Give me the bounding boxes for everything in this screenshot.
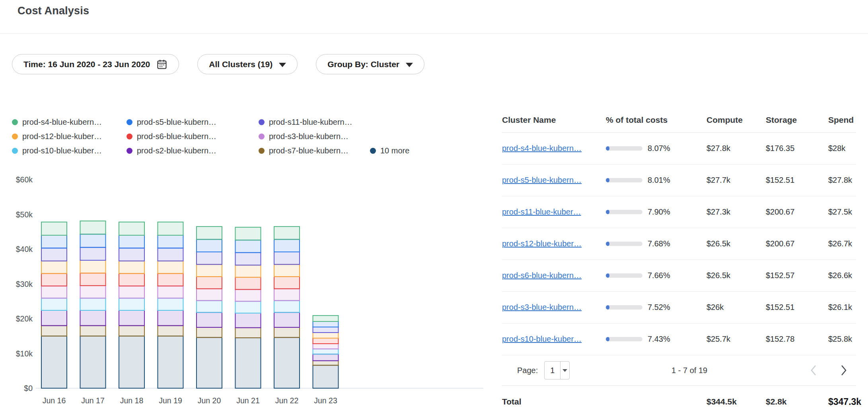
- bar-segment: [274, 289, 300, 301]
- bar-segment: [158, 298, 183, 310]
- spend-value: $25.8k: [828, 335, 856, 344]
- bar-segment: [80, 310, 106, 326]
- legend-item[interactable]: prod-s11-blue-kubern…: [259, 118, 370, 127]
- spend-value: $28k: [828, 144, 856, 153]
- legend-color-dot: [370, 148, 376, 154]
- legend-label: prod-s10-blue-kuber…: [22, 146, 102, 155]
- bar-segment: [80, 221, 106, 234]
- cluster-link[interactable]: prod-s3-blue-kubern…: [502, 303, 582, 312]
- bar-segment: [235, 313, 261, 328]
- cost-chart-panel: prod-s4-blue-kubern…prod-s5-blue-kubern……: [12, 118, 497, 418]
- bar-segment: [41, 326, 67, 336]
- legend-label: 10 more: [380, 146, 409, 155]
- svg-text:Jun 20: Jun 20: [198, 396, 221, 405]
- bar-segment: [158, 235, 183, 248]
- chevron-left-icon: [809, 364, 819, 377]
- chevron-down-icon: [279, 63, 286, 67]
- filter-bar: Time: 16 Jun 2020 - 23 Jun 2020 All Clus…: [12, 54, 424, 74]
- total-label: Total: [502, 397, 606, 406]
- bar-segment: [235, 240, 261, 253]
- svg-text:$20k: $20k: [16, 314, 33, 323]
- bar-segment: [41, 222, 67, 235]
- cluster-link[interactable]: prod-s10-blue-kuber…: [502, 335, 582, 343]
- compute-value: $26.5k: [706, 239, 766, 248]
- bar-segment: [197, 301, 222, 313]
- column-header: Compute: [706, 115, 766, 125]
- legend-item[interactable]: prod-s6-blue-kubern…: [127, 132, 259, 141]
- bar-segment: [158, 336, 183, 388]
- cluster-link[interactable]: prod-s12-blue-kuber…: [502, 239, 582, 248]
- bar-segment: [274, 312, 300, 327]
- bar-segment: [197, 327, 222, 337]
- svg-text:Jun 17: Jun 17: [81, 396, 105, 405]
- legend-item[interactable]: prod-s3-blue-kubern…: [259, 132, 370, 141]
- table-row: prod-s3-blue-kubern…7.52%$26k$152.51$26.…: [502, 292, 856, 323]
- pagination-range: 1 - 7 of 19: [671, 366, 707, 375]
- legend-row: prod-s10-blue-kuber…prod-s2-blue-kubern……: [12, 146, 497, 155]
- clusters-filter[interactable]: All Clusters (19): [197, 54, 298, 74]
- bar-segment: [80, 336, 106, 388]
- bar-segment: [41, 248, 67, 261]
- column-header: Cluster Name: [502, 115, 606, 125]
- cluster-link[interactable]: prod-s4-blue-kubern…: [502, 144, 582, 153]
- legend-item[interactable]: prod-s4-blue-kubern…: [12, 118, 127, 127]
- bar-segment: [80, 234, 106, 247]
- bar-segment: [80, 248, 106, 260]
- chevron-right-icon: [839, 364, 848, 377]
- legend-row: prod-s4-blue-kubern…prod-s5-blue-kubern……: [12, 118, 497, 127]
- pct-bar: [606, 273, 642, 278]
- bar-segment: [313, 354, 339, 361]
- pct-value: 7.90%: [648, 207, 670, 217]
- legend-item[interactable]: prod-s12-blue-kuber…: [12, 132, 127, 141]
- pct-bar: [606, 242, 642, 246]
- storage-value: $200.67: [766, 239, 828, 248]
- cluster-link[interactable]: prod-s5-blue-kubern…: [502, 176, 582, 184]
- legend-color-dot: [127, 119, 132, 125]
- legend-item[interactable]: prod-s10-blue-kuber…: [12, 146, 127, 155]
- previous-page-button[interactable]: [809, 364, 819, 377]
- bar-segment: [313, 338, 339, 344]
- bar-segment: [41, 235, 67, 248]
- bar-segment: [80, 326, 106, 336]
- bar-segment: [80, 286, 106, 298]
- cost-analysis-page: Cost Analysis Time: 16 Jun 2020 - 23 Jun…: [0, 0, 868, 418]
- cluster-link[interactable]: prod-s11-blue-kuber…: [502, 207, 581, 216]
- legend-item[interactable]: prod-s5-blue-kubern…: [127, 118, 259, 127]
- stacked-bar-chart: $0$10k$20k$30k$40k$50k$60kJun 16Jun 17Ju…: [8, 172, 489, 412]
- svg-text:Jun 22: Jun 22: [275, 396, 299, 405]
- table-row: prod-s10-blue-kuber…7.43%$25.7k$152.78$2…: [502, 323, 856, 355]
- legend-row: prod-s12-blue-kuber…prod-s6-blue-kubern……: [12, 132, 497, 141]
- bar-segment: [80, 260, 106, 273]
- page-select[interactable]: 1: [544, 361, 570, 379]
- bar-segment: [274, 265, 300, 277]
- legend-color-dot: [127, 134, 132, 139]
- legend-color-dot: [12, 148, 18, 154]
- cluster-link[interactable]: prod-s6-blue-kubern…: [502, 271, 582, 280]
- bar-segment: [41, 310, 67, 326]
- bar-segment: [158, 222, 183, 235]
- bar-segment: [119, 248, 144, 261]
- legend-item[interactable]: prod-s2-blue-kubern…: [127, 146, 259, 155]
- svg-text:Jun 19: Jun 19: [159, 396, 182, 405]
- svg-text:Jun 23: Jun 23: [314, 396, 337, 405]
- bar-segment: [313, 327, 339, 333]
- legend-item[interactable]: prod-s7-blue-kubern…: [259, 146, 370, 155]
- bar-segment: [235, 265, 261, 277]
- svg-text:$30k: $30k: [16, 280, 33, 288]
- table-row: prod-s6-blue-kubern…7.66%$26.5k$152.57$2…: [502, 260, 856, 292]
- storage-value: $152.51: [766, 303, 828, 312]
- time-range-filter[interactable]: Time: 16 Jun 2020 - 23 Jun 2020: [12, 54, 179, 74]
- compute-value: $26k: [706, 303, 766, 312]
- pct-value: 8.07%: [648, 144, 670, 153]
- next-page-button[interactable]: [839, 364, 848, 377]
- group-by-filter[interactable]: Group By: Cluster: [316, 54, 424, 74]
- bar-segment: [158, 310, 183, 326]
- bar-segment: [119, 310, 144, 326]
- bar-segment: [313, 315, 339, 321]
- table-body: prod-s4-blue-kubern…8.07%$27.8k$176.35$2…: [502, 133, 856, 355]
- table-row: prod-s11-blue-kuber…7.90%$27.3k$200.67$2…: [502, 196, 856, 228]
- bar-segment: [197, 312, 222, 327]
- pct-bar: [606, 305, 642, 310]
- page-label: Page:: [517, 366, 538, 375]
- legend-item[interactable]: 10 more: [370, 146, 409, 155]
